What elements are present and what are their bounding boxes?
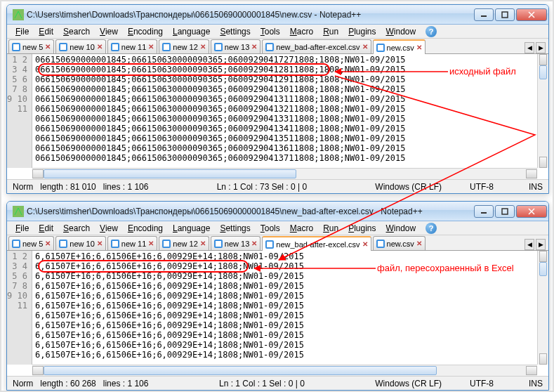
menu-help-icon[interactable]: ?	[426, 223, 437, 234]
tab-new-13[interactable]: new 13✕	[211, 236, 260, 250]
tab-new_bad-after-excel-csv[interactable]: new_bad-after-excel.csv✕	[262, 39, 371, 53]
menu-search[interactable]: Search	[59, 26, 94, 37]
tab-close-icon[interactable]: ✕	[148, 240, 154, 247]
menu-language[interactable]: Language	[169, 26, 214, 37]
titlebar[interactable]: C:\Users\timsher\Downloads\Транспондеры\…	[7, 5, 548, 25]
menu-edit[interactable]: Edit	[34, 26, 58, 37]
status-position: Ln : 1 Col : 73 Sel : 0 | 0	[217, 182, 308, 192]
maximize-button[interactable]	[495, 8, 515, 21]
title-text: C:\Users\timsher\Downloads\Транспондеры\…	[27, 10, 474, 20]
tab-label: new 10	[70, 43, 94, 51]
file-icon	[265, 43, 274, 51]
tab-new-12[interactable]: new 12✕	[159, 39, 209, 53]
tab-close-icon[interactable]: ✕	[416, 240, 422, 247]
file-icon	[59, 240, 67, 248]
tab-label: new.csv	[387, 44, 414, 52]
menubar: FileEditSearchViewEncodingLanguageSettin…	[7, 221, 548, 235]
tab-label: new 10	[70, 240, 94, 248]
line-gutter: 1 2 3 4 5 6 7 8 9 10 11	[7, 251, 32, 365]
status-ins: INS	[529, 182, 543, 192]
tab-label: new 11	[121, 240, 146, 248]
tab-label: new.csv	[387, 240, 414, 248]
horizontal-scrollbar[interactable]	[32, 365, 537, 376]
menu-tools[interactable]: Tools	[256, 223, 284, 234]
tab-new-11[interactable]: new 11✕	[107, 39, 157, 53]
menu-search[interactable]: Search	[59, 223, 94, 234]
titlebar[interactable]: C:\Users\timsher\Downloads\Транспондеры\…	[7, 202, 548, 221]
tab-label: new 5	[22, 240, 43, 248]
menu-window[interactable]: Window	[382, 26, 421, 37]
menu-edit[interactable]: Edit	[34, 223, 58, 234]
close-button[interactable]	[516, 205, 547, 218]
close-button[interactable]	[516, 8, 547, 21]
vertical-scrollbar[interactable]	[537, 251, 548, 365]
tab-close-icon[interactable]: ✕	[251, 43, 257, 51]
app-icon	[13, 206, 24, 217]
tab-new-10[interactable]: new 10✕	[55, 236, 105, 250]
menu-run[interactable]: Run	[319, 26, 343, 37]
code-area[interactable]: 6,61507E+16;6,61506E+16;6,00929E+14;1808…	[32, 251, 537, 365]
menu-tools[interactable]: Tools	[256, 26, 284, 37]
menu-settings[interactable]: Settings	[216, 223, 254, 234]
status-norm: Norm	[13, 379, 33, 388]
tab-new-5[interactable]: new 5✕	[8, 236, 54, 250]
editor[interactable]: 1 2 3 4 5 6 7 8 9 10 11 0661506900000018…	[7, 54, 548, 168]
tab-close-icon[interactable]: ✕	[97, 240, 103, 247]
tab-close-icon[interactable]: ✕	[251, 240, 257, 247]
tab-scroll-left[interactable]: ◀	[525, 42, 534, 53]
tab-new_bad-after-excel-csv[interactable]: new_bad-after-excel.csv✕	[262, 236, 371, 251]
vertical-scrollbar[interactable]	[537, 54, 548, 168]
tab-close-icon[interactable]: ✕	[45, 240, 51, 247]
tab-close-icon[interactable]: ✕	[200, 43, 206, 51]
tab-scroll-left[interactable]: ◀	[525, 239, 534, 250]
tab-label: new_bad-after-excel.csv	[276, 43, 360, 51]
tab-new-13[interactable]: new 13✕	[211, 39, 260, 53]
menu-file[interactable]: File	[11, 26, 33, 37]
menu-encoding[interactable]: Encoding	[124, 223, 167, 234]
menu-settings[interactable]: Settings	[216, 26, 254, 37]
tab-new-11[interactable]: new 11✕	[107, 236, 157, 250]
tab-scroll-right[interactable]: ▶	[536, 42, 546, 53]
tab-close-icon[interactable]: ✕	[362, 240, 368, 248]
menu-plugins[interactable]: Plugins	[344, 26, 380, 37]
menu-help-icon[interactable]: ?	[426, 26, 437, 37]
menu-plugins[interactable]: Plugins	[344, 223, 380, 234]
menu-macro[interactable]: Macro	[286, 223, 317, 234]
tab-new-10[interactable]: new 10✕	[55, 39, 105, 53]
maximize-button[interactable]	[495, 205, 515, 218]
tab-label: new 5	[22, 43, 43, 51]
menubar: FileEditSearchViewEncodingLanguageSettin…	[7, 25, 548, 39]
file-icon	[111, 240, 119, 248]
minimize-button[interactable]	[474, 205, 494, 218]
tab-new-csv[interactable]: new.csv✕	[373, 39, 426, 54]
tab-new-csv[interactable]: new.csv✕	[373, 236, 426, 250]
tab-close-icon[interactable]: ✕	[148, 43, 154, 51]
tab-new-12[interactable]: new 12✕	[159, 236, 209, 250]
tab-scroll-right[interactable]: ▶	[536, 239, 546, 250]
tab-close-icon[interactable]: ✕	[45, 43, 51, 51]
file-icon	[376, 240, 385, 248]
status-position: Ln : 1 Col : 1 Sel : 0 | 0	[219, 379, 305, 388]
file-icon	[214, 240, 223, 248]
menu-window[interactable]: Window	[382, 223, 421, 234]
horizontal-scrollbar[interactable]	[32, 168, 537, 179]
tab-new-5[interactable]: new 5✕	[8, 39, 54, 53]
file-icon	[59, 43, 67, 51]
status-ins: INS	[529, 379, 543, 388]
menu-view[interactable]: View	[95, 26, 122, 37]
editor[interactable]: 1 2 3 4 5 6 7 8 9 10 11 6,61507E+16;6,61…	[7, 251, 548, 365]
tab-close-icon[interactable]: ✕	[416, 44, 422, 51]
menu-run[interactable]: Run	[319, 223, 343, 234]
tab-close-icon[interactable]: ✕	[362, 43, 368, 51]
menu-file[interactable]: File	[11, 223, 33, 234]
tab-close-icon[interactable]: ✕	[200, 240, 206, 247]
tab-close-icon[interactable]: ✕	[97, 43, 103, 51]
minimize-button[interactable]	[474, 8, 494, 21]
tabbar: new 5✕new 10✕new 11✕new 12✕new 13✕new_ba…	[7, 39, 548, 54]
menu-view[interactable]: View	[95, 223, 122, 234]
status-length: length : 60 268	[40, 379, 95, 388]
menu-macro[interactable]: Macro	[286, 26, 317, 37]
menu-language[interactable]: Language	[169, 223, 214, 234]
menu-encoding[interactable]: Encoding	[124, 26, 167, 37]
code-area[interactable]: 066150690000001845;066150630000090365;06…	[32, 54, 537, 168]
